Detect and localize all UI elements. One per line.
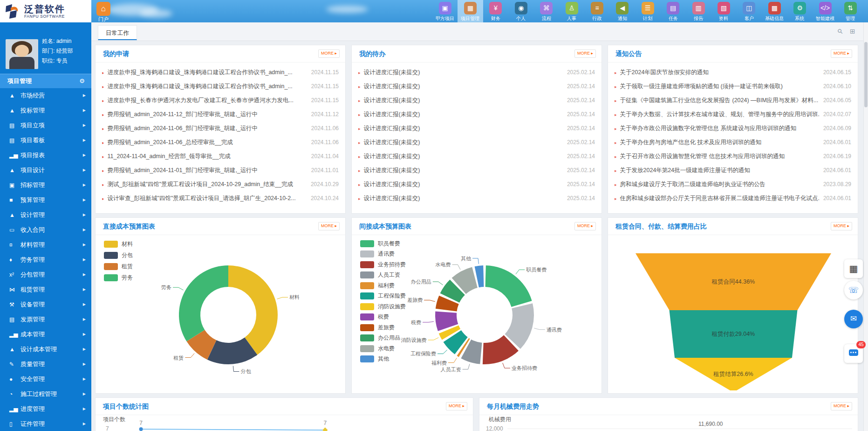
sidebar-item-招标管理[interactable]: ▣招标管理▶ <box>0 178 91 193</box>
nav-label: 系统 <box>788 15 812 22</box>
sidebar-item-发票管理[interactable]: ▤发票管理▶ <box>0 312 91 327</box>
list-item[interactable]: ▸设计进度汇报(未提交)2025.02.14 <box>358 149 595 163</box>
sidebar-item-设计管理[interactable]: ▲设计管理▶ <box>0 208 91 222</box>
list-item[interactable]: ▸关于举办大数据、云计算技术在城市建设、规划、管理与服务中的应用培训班...20… <box>615 107 851 121</box>
list-item[interactable]: ▸费用报销_admin_2024-11-01_部门经理审批_胡建,_运行中202… <box>102 163 339 177</box>
callout-line <box>428 338 439 340</box>
more-button[interactable]: MORE ▸ <box>574 49 596 58</box>
qr-code-widget[interactable]: ▦ <box>844 259 863 278</box>
sidebar-item-材料管理[interactable]: ¤材料管理▶ <box>0 237 91 252</box>
nav-item-portal[interactable]: ⌂ 门户 <box>94 2 113 23</box>
sidebar-item-成本管理[interactable]: ▂▅成本管理▶ <box>0 327 91 342</box>
sidebar-item-收入合同[interactable]: ▭收入合同▶ <box>0 222 91 237</box>
nav-item-行政[interactable]: ≡行政 <box>584 0 609 22</box>
more-button[interactable]: MORE ▸ <box>831 222 852 230</box>
sidebar-item-项目立项[interactable]: ▤项目立项▶ <box>0 118 91 133</box>
pin-icon[interactable]: ⊞ <box>850 28 855 35</box>
list-item[interactable]: ▸房和城乡建设厅关于取消二级建造师临时执业证书的公告2023.08.29 <box>615 177 851 191</box>
list-item[interactable]: ▸关于举办市政公用设施数字化管理信息 系统建设与应用培训班的通知2024.06.… <box>615 121 851 135</box>
nav-item-流程[interactable]: ⌘流程 <box>534 0 559 22</box>
key-icon[interactable]: ⚲ <box>836 27 845 36</box>
nav-item-计划[interactable]: ☰计划 <box>635 0 660 22</box>
lease-funnel-chart: 租赁合同44.36%租赁付款29.04%租赁结算26.6% <box>608 235 859 393</box>
nav-item-任务[interactable]: ▤任务 <box>661 0 686 22</box>
nav-item-报告[interactable]: ▥报告 <box>686 0 711 22</box>
sidebar-item-进度管理[interactable]: ▂▅进度管理▶ <box>0 402 91 417</box>
nav-item-人事[interactable]: ♙人事 <box>559 0 584 22</box>
nav-item-资料[interactable]: ▧资料 <box>711 0 736 22</box>
sidebar-item-分包管理[interactable]: x²分包管理▶ <box>0 267 91 282</box>
sidebar-item-质量管理[interactable]: ✎质量管理▶ <box>0 357 91 372</box>
list-item[interactable]: ▸设计进度汇报(未提交)2025.02.14 <box>358 177 595 191</box>
list-item[interactable]: ▸关于领取一级注册建造师增项贴的通知 (须持一建证书前来领取)2024.06.1… <box>615 79 851 93</box>
sidebar-item-设备管理[interactable]: ⚒设备管理▶ <box>0 297 91 312</box>
nav-item-系统[interactable]: ⚙系统 <box>787 0 812 22</box>
list-item[interactable]: ▸关于2024年国庆节放假安排的通知2024.06.15 <box>615 65 851 79</box>
sidebar-item-市场经营[interactable]: ▲市场经营▶ <box>0 88 91 103</box>
chevron-right-icon: ▶ <box>83 297 86 312</box>
sidebar-item-证件管理[interactable]: ▯证件管理▶ <box>0 417 91 431</box>
sidebar-menu-header[interactable]: 项目管理 ⚙ <box>0 74 91 88</box>
nav-item-基础信息[interactable]: ▩基础信息 <box>762 0 787 22</box>
list-item[interactable]: ▸进度款申报_珠海鹤港口建设_珠海鹤港口建设工程合作协议书_admin_...2… <box>102 65 339 79</box>
list-item[interactable]: ▸关于发放2024年第24批一级建造师注册证书的通知2024.06.01 <box>615 163 851 177</box>
sidebar-item-劳务管理[interactable]: ♦劳务管理▶ <box>0 252 91 267</box>
list-item[interactable]: ▸住房和城乡建设部办公厅关于同意吉林省开展二级建造师注册证书电子化试点...20… <box>615 191 851 205</box>
sidebar-item-项目设计[interactable]: ▲项目设计▶ <box>0 163 91 178</box>
logo-subtitle: FANPU SOFTWARE <box>24 14 65 19</box>
list-item[interactable]: ▸设计进度汇报(未提交)2025.02.14 <box>358 135 595 149</box>
list-item[interactable]: ▸关于举办住房与房地产信息化 技术及应用培训班的通知2024.06.01 <box>615 135 851 149</box>
list-item[interactable]: ▸设计进度汇报(未提交)2025.02.14 <box>358 65 595 79</box>
list-item[interactable]: ▸进度款申报_长春市伊通河水力发电厂改建工程_长春市伊通河水力发电...2024… <box>102 93 339 107</box>
list-item[interactable]: ▸设计审查_彭祖新城"四馆"景观工程设计项目_请选择_胡广生_2024-10-2… <box>102 191 339 205</box>
nav-item-通知[interactable]: ◀通知 <box>610 0 635 22</box>
sidebar-item-安全管理[interactable]: ●安全管理▶ <box>0 372 91 387</box>
nav-item-个人[interactable]: ◉个人 <box>508 0 533 22</box>
list-item[interactable]: ▸测试_彭祖新城"四馆"景观工程设计项目_2024-10-29_admin_结束… <box>102 177 339 191</box>
list-item[interactable]: ▸关于召开市政公用设施智慧化管理 信息技术与应用培训班的通知2024.06.19 <box>615 149 851 163</box>
more-button[interactable]: MORE ▸ <box>318 49 340 58</box>
list-item[interactable]: ▸进度款申报_珠海鹤港口建设_珠海鹤港口建设工程合作协议书_admin_...2… <box>102 79 339 93</box>
nav-item-财务[interactable]: ¥财务 <box>483 0 508 22</box>
customer-service-widget[interactable]: ☏ <box>844 281 863 299</box>
sidebar-item-设计成本管理[interactable]: ▲设计成本管理▶ <box>0 342 91 357</box>
more-button[interactable]: MORE ▸ <box>831 49 852 58</box>
scrollbar-thumb[interactable] <box>864 42 868 107</box>
item-text: 设计进度汇报(未提交) <box>364 97 420 104</box>
home-icon: ⌂ <box>96 2 110 16</box>
sidebar-item-预算管理[interactable]: ■预算管理▶ <box>0 193 91 208</box>
nav-item-智能建模[interactable]: </>智能建模 <box>813 0 838 22</box>
sidebar-item-投标管理[interactable]: ▲投标管理▶ <box>0 103 91 118</box>
list-item[interactable]: ▸设计进度汇报(未提交)2025.02.14 <box>358 191 595 205</box>
more-button[interactable]: MORE ▸ <box>574 222 596 230</box>
nav-item-项目管理[interactable]: ▦项目管理 <box>458 0 483 22</box>
list-item[interactable]: ▸11_2024-11-04_admin_经营部_领导审批__完成2024.11… <box>102 149 339 163</box>
list-item[interactable]: ▸设计进度汇报(未提交)2025.02.14 <box>358 93 595 107</box>
list-item[interactable]: ▸于征集《中国建筑施工行业信息化发展报告 (2024) —BIM应用与发展》材料… <box>615 93 851 107</box>
list-item[interactable]: ▸费用报销_admin_2024-11-06_总经理审批__完成2024.11.… <box>102 135 339 149</box>
list-item[interactable]: ▸费用报销_admin_2024-11-06_部门经理审批_胡建,_运行中202… <box>102 121 339 135</box>
list-item[interactable]: ▸设计进度汇报(未提交)2025.02.14 <box>358 121 595 135</box>
list-item[interactable]: ▸设计进度汇报(未提交)2025.02.14 <box>358 107 595 121</box>
sidebar-item-项目看板[interactable]: ▤项目看板▶ <box>0 133 91 148</box>
more-button[interactable]: MORE ▸ <box>318 222 340 230</box>
chevron-right-icon: ▶ <box>83 208 86 222</box>
nav-item-甲方项目[interactable]: ▣甲方项目 <box>432 0 458 22</box>
sidebar-item-租赁管理[interactable]: ⋈租赁管理▶ <box>0 282 91 297</box>
sidebar-item-项目报表[interactable]: ▂▅项目报表▶ <box>0 148 91 163</box>
chat-widget[interactable]: 45 <box>844 344 863 363</box>
tab-daily-work[interactable]: 日常工作 <box>98 25 137 40</box>
gear-icon[interactable]: ⚙ <box>79 74 85 88</box>
more-button[interactable]: MORE ▸ <box>831 402 852 410</box>
callout-label: 差旅费 <box>407 297 423 303</box>
nav-item-客户[interactable]: ◫客户 <box>737 0 762 22</box>
sidebar-item-施工过程管理[interactable]: ◔施工过程管理▶ <box>0 387 91 402</box>
message-widget[interactable]: ✉ <box>844 310 863 328</box>
nav-item-管理[interactable]: ⇅管理 <box>838 0 863 22</box>
list-item[interactable]: ▸设计进度汇报(未提交)2025.02.14 <box>358 79 595 93</box>
item-date: 2024.10.24 <box>307 191 339 205</box>
more-button[interactable]: MORE ▸ <box>446 402 467 410</box>
bullet-icon: ▸ <box>102 70 104 75</box>
list-item[interactable]: ▸费用报销_admin_2024-11-12_部门经理审批_胡建,_运行中202… <box>102 107 339 121</box>
list-item[interactable]: ▸设计进度汇报(未提交)2025.02.14 <box>358 163 595 177</box>
